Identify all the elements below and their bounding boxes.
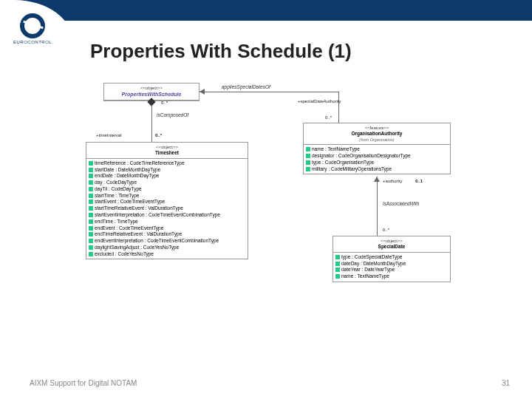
attribute-text: startEvent : CodeTimeEventType [95,199,165,205]
attribute-text: startEventInterpretation : CodeTimeEvent… [95,212,220,219]
attribute-icon [335,262,340,266]
attribute-text: startTimeRelativeEvent : ValDurationType [95,205,183,212]
attribute: endTime : TimeType [89,219,245,225]
arrow-icon [374,177,380,182]
multiplicity: 0..* [161,100,168,105]
attribute-text: excluded : CodeYesNoType [95,251,154,258]
class-name: PropertiesWithSchedule [106,91,197,98]
attribute-icon [89,174,93,178]
multiplicity: +specialDateAuthority [298,99,341,103]
attribute-icon [89,168,93,172]
class-timesheet: <<object>> Timesheet timeReference : Cod… [86,142,248,259]
attribute-icon [89,161,93,166]
brand-logo: EUROCONTROL [13,13,52,44]
attribute: endEventInterpretation : CodeTimeEventCo… [89,238,245,245]
attribute-text: designator : CodeOrganisationDesignatorT… [312,153,411,160]
attribute-icon [89,187,93,191]
attribute: timeReference : CodeTimeReferenceType [89,160,245,167]
attr-list: type : CodeSpecialDateTypedateDay : Date… [333,253,450,282]
logo-ring-icon [20,13,45,38]
attribute-icon [89,239,93,243]
attribute: dateDay : DateMonthDayType [335,261,448,267]
attribute: type : CodeSpecialDateType [335,254,448,261]
attribute-text: timeReference : CodeTimeReferenceType [95,160,185,167]
class-name: SpecialDate [335,244,448,250]
page-title: Properties With Schedule (1) [90,40,352,63]
attribute: day : CodeDayType [89,180,245,186]
footer: AIXM Support for Digital NOTAM 31 [30,379,510,387]
attribute: startTimeRelativeEvent : ValDurationType [89,205,245,212]
class-name: Timesheet [89,150,245,157]
class-organisation-authority: <<feature>> OrganisationAuthority (from … [303,123,451,174]
attribute-icon [89,213,93,217]
attribute-text: startTime : TimeType [95,193,139,200]
attribute-text: day : CodeDayType [95,180,137,186]
attribute-text: dateYear : DateYearType [341,267,395,273]
attribute: startTime : TimeType [89,193,245,200]
attribute-icon [89,219,93,224]
attribute-icon [335,267,340,272]
stereotype: <<feature>> [306,125,448,131]
attribute-text: dayTil : CodeDayType [95,186,142,193]
attribute: endEvent : CodeTimeEventType [89,225,245,232]
attribute: dayTil : CodeDayType [89,186,245,193]
attribute-icon [89,206,93,211]
attribute-text: name : TextNameType [312,146,360,153]
stereotype: <<object>> [89,144,245,150]
brand-name: EUROCONTROL [13,40,52,44]
attribute: dateYear : DateYearType [335,267,448,273]
attribute-icon [306,147,310,151]
topbar [0,0,532,21]
assoc-applies-special-dates-v [338,92,339,123]
role: +timeInterval [96,133,122,137]
attribute: endDate : DateMonthDayType [89,173,245,180]
stereotype: <<object>> [335,238,448,244]
rel-label: isComposedOf [157,112,188,117]
attribute: endTimeRelativeEvent : ValDurationType [89,231,245,238]
attribute-text: endTimeRelativeEvent : ValDurationType [95,231,182,238]
attribute-icon [306,154,310,158]
attribute: name : TextNameType [306,146,448,153]
attr-list: name : TextNameTypedesignator : CodeOrga… [304,145,450,174]
footer-text: AIXM Support for Digital NOTAM [30,379,137,387]
attribute-text: dateDay : DateMonthDayType [341,261,406,267]
attribute: startEventInterpretation : CodeTimeEvent… [89,212,245,219]
attribute: startEvent : CodeTimeEventType [89,199,245,205]
rel-label: isAssociatedWith [383,201,419,206]
attribute: military : CodeMilitaryOperationsType [306,166,448,173]
assoc-is-composed-of [151,105,152,142]
page-number: 31 [502,379,510,387]
attribute: startDate : DateMonthDayType [89,167,245,174]
attribute-text: type : CodeSpecialDateType [341,254,402,261]
role: +authority [383,179,403,183]
assoc-applies-special-dates [200,92,338,92]
attr-list: timeReference : CodeTimeReferenceTypesta… [86,159,248,259]
attribute-icon [335,255,340,259]
rel-label: appliesSpecialDatesOf [222,84,270,89]
attribute-icon [306,160,310,165]
attribute-text: endTime : TimeType [95,219,138,225]
attribute-text: endEvent : CodeTimeEventType [95,225,163,232]
multiplicity: 0..* [383,228,389,232]
attribute-icon [89,232,93,236]
stereotype: <<object>> [106,85,197,91]
attribute-icon [306,167,310,171]
attribute-text: startDate : DateMonthDayType [95,167,160,174]
attribute-icon [89,252,93,256]
attribute-icon [89,200,93,204]
attribute-icon [89,245,93,250]
multiplicity: 0..* [325,115,332,120]
multiplicity: 0..1 [415,179,423,183]
attribute-text: endEventInterpretation : CodeTimeEventCo… [95,238,219,245]
attribute-text: type : CodeOrganisationType [312,160,374,166]
attribute: designator : CodeOrganisationDesignatorT… [306,153,448,160]
attribute: type : CodeOrganisationType [306,160,448,166]
assoc-is-associated-with [377,177,378,236]
attribute: name : TextNameType [335,273,448,280]
attribute-icon [335,274,340,279]
attribute: daylightSavingAdjust : CodeYesNoType [89,245,245,251]
class-special-date: <<object>> SpecialDate type : CodeSpecia… [332,236,451,282]
attribute-icon [89,226,93,231]
attribute-icon [89,180,93,185]
uml-diagram: <<object>> PropertiesWithSchedule applie… [74,83,488,349]
